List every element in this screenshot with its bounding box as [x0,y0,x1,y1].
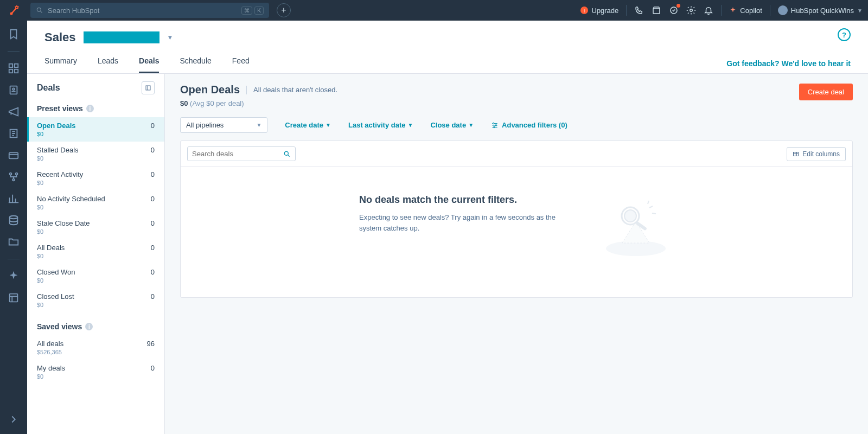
view-closed-lost[interactable]: Closed Lost0 $0 [27,288,164,312]
tab-summary[interactable]: Summary [44,56,77,73]
search-icon [283,150,291,158]
chevron-down-icon[interactable]: ▼ [167,34,174,41]
page-header: Sales ▼ ? Summary Leads Deals Schedule F… [27,21,868,74]
nav-marketing-icon[interactable] [8,106,20,118]
view-stale-close-date[interactable]: Stale Close Date0 $0 [27,215,164,239]
view-all-deals[interactable]: All Deals0 $0 [27,239,164,264]
empty-state: No deals match the current filters. Expe… [181,167,852,297]
settings-icon[interactable] [686,5,696,15]
feedback-link[interactable]: Got feedback? We'd love to hear it [726,59,851,68]
collapse-sidebar-button[interactable] [142,81,155,94]
view-summary: $0 (Avg $0 per deal) [180,99,337,107]
svg-point-28 [624,210,636,222]
view-recent-activity[interactable]: Recent Activity0 $0 [27,166,164,190]
view-closed-won[interactable]: Closed Won0 $0 [27,264,164,288]
notifications-icon[interactable] [704,5,713,15]
create-deal-button[interactable]: Create deal [799,84,853,100]
phone-icon[interactable] [634,5,644,15]
svg-rect-10 [15,69,18,73]
svg-point-15 [10,173,12,175]
edit-columns-button[interactable]: Edit columns [787,147,846,161]
filter-last-activity-date[interactable]: Last activity date▼ [348,121,413,129]
svg-rect-20 [146,86,150,90]
nav-reporting-icon[interactable] [8,193,20,205]
svg-point-3 [37,8,41,11]
search-deals-input[interactable] [192,150,283,158]
nav-commerce-icon[interactable] [8,149,20,161]
nav-data-icon[interactable] [8,214,20,226]
filter-close-date[interactable]: Close date▼ [430,121,474,129]
search-deals[interactable] [187,146,296,161]
svg-point-16 [16,173,18,175]
svg-point-2 [16,7,17,8]
filter-create-date[interactable]: Create date▼ [285,121,331,129]
table-icon [793,151,799,157]
global-search-input[interactable] [48,7,241,15]
svg-point-21 [493,123,494,124]
keyboard-shortcut: ⌘K [241,7,264,15]
empty-state-illustration [598,194,674,259]
avatar [778,5,788,15]
quick-create-button[interactable]: + [277,3,291,17]
tab-feed[interactable]: Feed [232,56,250,73]
svg-point-6 [690,9,693,12]
top-navbar: ⌘K + ↑ Upgrade Copilot HubSpot QuickWins… [0,0,868,21]
views-sidebar: Deals Preset views i Open Deals0 $0 Stal… [27,74,165,434]
svg-rect-8 [15,64,18,67]
pipeline-selector[interactable]: All pipelines▼ [180,117,267,133]
empty-state-title: No deals match the current filters. [359,194,565,206]
svg-rect-14 [9,152,18,158]
content-area: Open Deals All deals that aren't closed.… [165,74,868,434]
view-stalled-deals[interactable]: Stalled Deals0 $0 [27,142,164,166]
svg-point-18 [10,216,18,219]
advanced-filters[interactable]: Advanced filters (0) [491,121,567,129]
svg-rect-25 [794,152,799,156]
tasks-icon[interactable] [669,5,679,15]
svg-point-22 [495,124,496,125]
tab-leads[interactable]: Leads [98,56,118,73]
account-menu[interactable]: HubSpot QuickWins ▼ [778,5,863,15]
svg-point-17 [12,179,15,181]
nav-workspaces-icon[interactable] [8,62,20,74]
nav-library-icon[interactable] [8,236,20,248]
nav-ai-icon[interactable] [8,270,20,282]
info-icon[interactable]: i [86,105,94,112]
upgrade-icon: ↑ [580,7,588,14]
svg-rect-4 [653,9,660,14]
hubspot-logo[interactable] [5,1,24,20]
svg-rect-7 [9,64,12,67]
left-nav-rail [0,21,27,434]
deals-table: Edit columns No deals match the current … [180,141,853,298]
chevron-down-icon: ▼ [256,122,261,128]
marketplace-icon[interactable] [652,5,661,15]
view-saved-my-deals[interactable]: My deals0 $0 [27,360,164,384]
nav-expand-icon[interactable] [8,413,20,425]
chevron-down-icon: ▼ [857,8,863,14]
svg-point-12 [12,88,15,90]
search-icon [36,7,43,14]
sparkle-icon [729,7,737,14]
nav-content-icon[interactable] [8,127,20,139]
svg-rect-19 [10,294,18,302]
saved-views-heading: Saved views i [27,318,164,335]
nav-templates-icon[interactable] [8,292,20,304]
main-area: Sales ▼ ? Summary Leads Deals Schedule F… [27,21,868,434]
view-saved-all-deals[interactable]: All deals96 $526,365 [27,335,164,360]
svg-point-23 [494,126,495,127]
nav-automation-icon[interactable] [8,171,20,183]
global-search[interactable]: ⌘K [30,3,269,18]
tab-deals[interactable]: Deals [139,56,159,73]
nav-bookmarks-icon[interactable] [8,28,20,40]
info-icon[interactable]: i [85,323,93,330]
page-title: Sales [44,30,76,44]
copilot-link[interactable]: Copilot [729,7,762,15]
nav-crm-icon[interactable] [8,84,20,96]
help-button[interactable]: ? [838,28,851,41]
svg-rect-9 [9,69,12,73]
sliders-icon [491,122,499,129]
view-no-activity-scheduled[interactable]: No Activity Scheduled0 $0 [27,190,164,215]
upgrade-link[interactable]: ↑ Upgrade [580,7,618,15]
workspace-selector-redacted[interactable] [84,31,159,43]
tab-schedule[interactable]: Schedule [180,56,211,73]
view-open-deals[interactable]: Open Deals0 $0 [27,117,164,142]
